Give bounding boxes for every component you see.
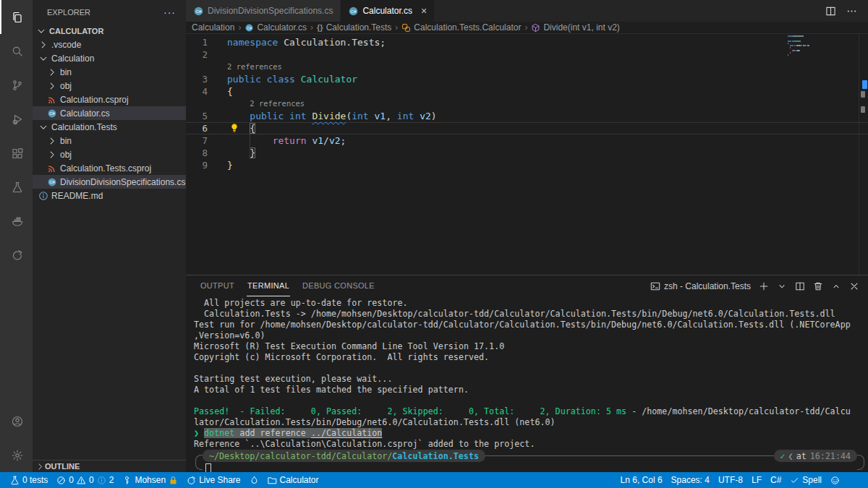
panel-tab-output[interactable]: OUTPUT xyxy=(200,275,235,296)
lightbulb-icon[interactable] xyxy=(229,123,239,133)
code-line-8[interactable]: 8 } xyxy=(186,147,868,159)
explorer-header: EXPLORER ··· xyxy=(33,0,186,24)
code-line-4[interactable]: 4{ xyxy=(186,85,868,98)
file-csfile-icon: C# xyxy=(46,108,58,119)
status-azurite[interactable] xyxy=(245,472,263,488)
tree-item-obj[interactable]: obj xyxy=(33,79,186,93)
status-notifications[interactable] xyxy=(844,472,862,488)
code-line-7[interactable]: 7 return v1/v2; xyxy=(186,134,868,147)
code-token: dotnet xyxy=(204,428,234,438)
panel-tab-terminal[interactable]: TERMINAL xyxy=(247,275,290,296)
status-eol[interactable]: LF xyxy=(747,472,766,488)
panel-tabs: OUTPUTTERMINALDEBUG CONSOLE xyxy=(200,275,387,296)
panel-tab-debug-console[interactable]: DEBUG CONSOLE xyxy=(302,275,375,296)
activity-explorer-button[interactable] xyxy=(0,0,33,34)
tree-item-obj[interactable]: obj xyxy=(33,147,186,161)
status-spell-check[interactable]: Spell xyxy=(786,472,826,488)
tree-item-calculator-cs[interactable]: C#Calculator.cs xyxy=(33,106,186,120)
chevron-down-icon xyxy=(35,25,47,37)
maximize-panel-icon[interactable] xyxy=(831,281,841,291)
status-problems[interactable]: 002 xyxy=(52,472,118,488)
status-live-share[interactable]: Live Share xyxy=(182,472,244,488)
beaker-icon xyxy=(10,476,20,485)
breadcrumb-label: Calculator.cs xyxy=(257,22,307,33)
overview-ruler[interactable] xyxy=(859,34,868,275)
codelens-references[interactable]: 2 references xyxy=(186,61,868,73)
activity-accounts-button[interactable] xyxy=(0,404,33,438)
activity-testing-button[interactable] xyxy=(0,170,33,204)
breadcrumb-item-calculation-tests-calculator[interactable]: Calculation.Tests.Calculator xyxy=(401,22,521,33)
code-line-2[interactable]: 2 xyxy=(186,48,868,61)
breadcrumb-item-calculation[interactable]: Calculation xyxy=(192,22,234,33)
code-line-1[interactable]: 1namespace Calculation.Tests; xyxy=(186,36,868,48)
status-azure-account[interactable]: Mohsen xyxy=(118,472,182,488)
tree-item-calculation-tests-csproj[interactable]: Calculation.Tests.csproj xyxy=(33,161,186,175)
tree-item-divisiondivisionspecifications-cs[interactable]: C#DivisionDivisionSpecifications.cs xyxy=(33,175,186,189)
tree-item-calculation-tests[interactable]: Calculation.Tests xyxy=(33,120,186,134)
minimap[interactable] xyxy=(788,35,856,57)
breadcrumb-item-calculation-tests[interactable]: {}Calculation.Tests xyxy=(317,22,391,33)
tab-calculator-cs[interactable]: C#Calculator.cs× xyxy=(341,0,435,22)
status-encoding[interactable]: UTF-8 xyxy=(714,472,747,488)
code-token: public xyxy=(250,111,284,121)
status-cursor-position[interactable]: Ln 6, Col 6 xyxy=(616,472,667,488)
code-editor[interactable]: 1namespace Calculation.Tests;22 referenc… xyxy=(186,34,868,275)
code-token: ../Calculation xyxy=(311,428,383,438)
split-terminal-icon[interactable] xyxy=(795,281,805,291)
explorer-more-actions-button[interactable]: ··· xyxy=(163,7,176,18)
terminal-line: ,Version=v6.0) xyxy=(194,330,868,341)
split-editor-icon[interactable] xyxy=(825,6,836,17)
tree-item-vscode[interactable]: .vscode xyxy=(33,38,186,51)
terminal-line: Starting test execution, please wait... xyxy=(194,374,868,385)
minimap-line xyxy=(788,40,856,42)
close-panel-icon[interactable] xyxy=(849,281,859,291)
tree-item-bin[interactable]: bin xyxy=(33,65,186,79)
breadcrumb-item-divide-int-v1-int-v2[interactable]: Divide(int v1, int v2) xyxy=(531,22,619,33)
tree-item-readme-md[interactable]: README.md xyxy=(33,189,186,202)
activity-search-button[interactable] xyxy=(0,34,33,68)
code-line-3[interactable]: 3public class Calculator xyxy=(186,73,868,85)
activity-docker-button[interactable] xyxy=(0,204,33,238)
activity-live-share-button[interactable] xyxy=(0,238,33,272)
tab-divisiondivisionspecifications-cs[interactable]: C#DivisionDivisionSpecifications.cs xyxy=(186,0,341,22)
activity-run-debug-button[interactable] xyxy=(0,102,33,136)
activity-source-control-button[interactable] xyxy=(0,68,33,102)
tree-item-calculation-csproj[interactable]: Calculation.csproj xyxy=(33,93,186,106)
status-language-mode[interactable]: C# xyxy=(766,472,786,488)
terminal-shell-select[interactable]: zsh - Calculation.Tests xyxy=(650,281,751,291)
code-token: add reference xyxy=(234,428,311,438)
code-token: Calculator xyxy=(301,74,357,85)
status-indentation[interactable]: Spaces: 4 xyxy=(667,472,714,488)
new-terminal-icon[interactable] xyxy=(759,281,769,291)
code-line-5[interactable]: 5 public int Divide(int v1, int v2) xyxy=(186,110,868,122)
more-actions-icon[interactable] xyxy=(846,6,857,17)
status-tests[interactable]: 0 tests xyxy=(6,472,52,488)
activity-extensions-button[interactable] xyxy=(0,136,33,170)
prompt-input-line[interactable] xyxy=(205,463,211,472)
status-label: 0 xyxy=(69,475,74,485)
codelens-references[interactable]: 2 references xyxy=(186,98,868,110)
code-token: Starting test execution, please wait... xyxy=(194,374,392,384)
activity-settings-button[interactable] xyxy=(0,438,33,472)
close-tab-icon[interactable]: × xyxy=(421,6,427,16)
tree-item-calculation[interactable]: Calculation xyxy=(33,51,186,65)
tree-item-label: DivisionDivisionSpecifications.cs xyxy=(60,177,185,187)
tree-item-calculator[interactable]: CALCULATOR xyxy=(33,24,186,38)
chevron-right-icon xyxy=(38,39,49,51)
line-number: 6 xyxy=(186,122,219,134)
tree-item-bin[interactable]: bin xyxy=(33,134,186,147)
terminal-shell-label: zsh - Calculation.Tests xyxy=(664,281,751,291)
overview-marker-info xyxy=(862,80,867,89)
kill-terminal-icon[interactable] xyxy=(813,281,823,291)
tree-item-label: Calculation xyxy=(51,53,94,64)
status-feedback[interactable] xyxy=(826,472,844,488)
terminal[interactable]: All projects are up-to-date for restore.… xyxy=(186,296,868,472)
outline-section[interactable]: OUTLINE xyxy=(33,460,186,472)
status-workspace[interactable]: Calculator xyxy=(263,472,323,488)
line-number: 3 xyxy=(186,73,219,85)
breadcrumb-item-calculator-cs[interactable]: C#Calculator.cs xyxy=(244,22,307,33)
code-line-9[interactable]: 9} xyxy=(186,159,868,171)
minimap-line xyxy=(788,43,856,44)
code-line-6[interactable]: 6 { xyxy=(186,122,868,134)
terminal-dropdown-icon[interactable] xyxy=(777,281,787,291)
